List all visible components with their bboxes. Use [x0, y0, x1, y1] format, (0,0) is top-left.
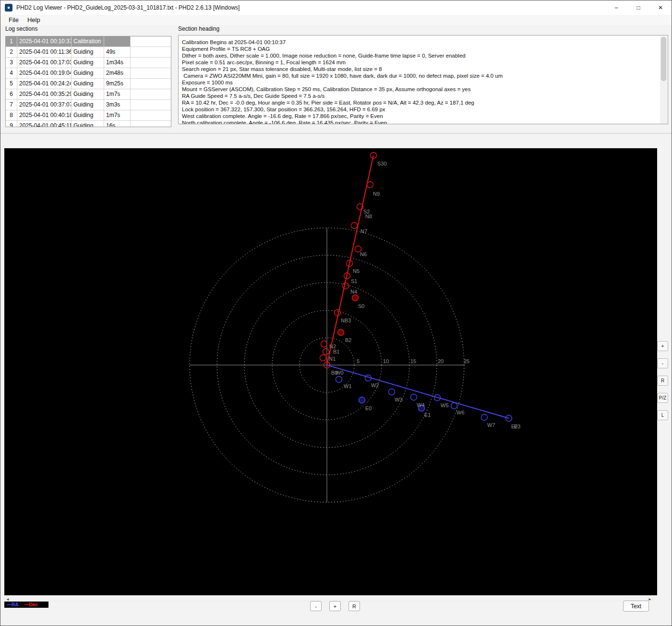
plot-point-label: W1: [344, 383, 352, 389]
plot-point-dec: [338, 330, 344, 336]
log-section-row-8[interactable]: 82025-04-01 00:40:18Guiding1m7s: [6, 110, 171, 121]
log-cell-dur: 16s: [104, 121, 131, 127]
plot-point-label: W2: [371, 382, 379, 388]
plot-point-label: W3: [395, 397, 403, 402]
log-cell-dt: 2025-04-01 00:35:29: [17, 89, 72, 100]
log-cell-fill: [131, 68, 171, 79]
plot-point-label: N4: [350, 289, 357, 295]
close-button[interactable]: ✕: [649, 0, 672, 15]
plot-point-label: NB3: [341, 318, 351, 323]
log-cell-dur: 3m3s: [104, 100, 131, 110]
panel-splitter[interactable]: [0, 133, 672, 134]
log-section-row-7[interactable]: 72025-04-01 00:37:07Guiding3m3s: [6, 100, 171, 110]
log-cell-type: Guiding: [72, 100, 104, 110]
heading-line: Camera = ZWO ASI220MM Mini, gain = 80, f…: [182, 72, 659, 79]
log-cell-dur: 1m7s: [104, 110, 131, 121]
plot-point-label: N1: [329, 356, 336, 362]
log-section-row-2[interactable]: 22025-04-01 00:11:36Guiding49s: [6, 47, 171, 58]
plot-point-label: W6: [456, 410, 465, 415]
plot-point-dec: [320, 355, 326, 361]
log-cell-fill: [131, 79, 171, 89]
log-sections-label: Log sections: [5, 25, 37, 32]
log-cell-num: 8: [6, 110, 17, 121]
log-section-row-4[interactable]: 42025-04-01 00:19:04Guiding2m48s: [6, 68, 171, 79]
plot-tick-label: 25: [464, 358, 469, 364]
plot-tick-label: 20: [438, 358, 444, 364]
section-heading-box: Calibration Begins at 2025-04-01 00:10:3…: [178, 35, 668, 124]
log-cell-dt: 2025-04-01 00:24:24: [17, 79, 72, 89]
log-cell-num: 4: [6, 68, 17, 79]
bottom-button-plus[interactable]: +: [329, 601, 341, 611]
side-button-lock[interactable]: L: [657, 410, 668, 420]
log-cell-type: Guiding: [72, 68, 104, 79]
heading-scrollbar-thumb[interactable]: [661, 37, 666, 81]
plot-point-label: E0: [365, 405, 372, 411]
plot-point-ra: [389, 389, 395, 395]
bottom-button-reset[interactable]: R: [348, 601, 360, 611]
log-cell-type: Guiding: [72, 79, 104, 89]
log-cell-num: 1: [6, 36, 17, 47]
plot-point-label: W5: [441, 402, 449, 408]
log-section-row-5[interactable]: 52025-04-01 00:24:24Guiding9m25s: [6, 79, 171, 89]
side-button-zoom-out[interactable]: -: [657, 358, 668, 368]
log-cell-dur: 2m48s: [104, 68, 131, 79]
log-cell-type: Guiding: [72, 89, 104, 100]
heading-line: North calibration complete. Angle = -106…: [182, 119, 659, 124]
ra-calibration-line: [327, 365, 509, 418]
log-cell-dur: 9m25s: [104, 79, 131, 89]
log-cell-num: 5: [6, 79, 17, 89]
log-section-row-1[interactable]: 12025-04-01 00:10:37Calibration: [6, 36, 171, 47]
side-button-zoom-in[interactable]: +: [657, 341, 668, 351]
log-cell-dur: [104, 36, 131, 47]
plot-side-buttons: +-RP/ZL: [657, 341, 669, 427]
plot-point-label: E1: [424, 412, 431, 418]
log-cell-type: Guiding: [72, 110, 104, 121]
heading-line: Calibration Begins at 2025-04-01 00:10:3…: [182, 39, 659, 46]
log-section-row-9[interactable]: 92025-04-01 00:45:11Guiding16s: [6, 121, 171, 127]
minimize-button[interactable]: –: [605, 0, 627, 15]
plot-point-dec: [352, 295, 359, 301]
plot-legend: —RA—Dec: [4, 602, 48, 608]
log-cell-type: Calibration: [72, 36, 104, 47]
heading-line: Mount = GSServer (ASCOM), Calibration St…: [182, 86, 659, 93]
log-cell-dt: 2025-04-01 00:45:11: [17, 121, 72, 127]
plot-point-label: B1: [333, 349, 339, 354]
plot-point-label: S30: [377, 161, 387, 166]
plot-tick-label: 15: [410, 358, 416, 364]
heading-scrollbar[interactable]: [660, 36, 667, 124]
plot-point-ra: [336, 377, 342, 383]
menu-bar: FileHelp: [0, 15, 672, 25]
plot-point-ra: [359, 397, 365, 403]
plot-point-label: W4: [417, 402, 425, 408]
log-cell-dt: 2025-04-01 00:37:07: [17, 100, 72, 110]
plot-point-ra: [451, 403, 457, 409]
plot-point-ra: [481, 414, 488, 421]
menu-item-file[interactable]: File: [4, 16, 23, 24]
calibration-plot[interactable]: 510152025S30N9S2N8N7N6N5S1N4S0NB3B2N2B1N…: [4, 148, 657, 595]
log-section-row-3[interactable]: 32025-04-01 00:17:03Guiding1m34s: [6, 58, 171, 68]
maximize-button[interactable]: □: [627, 0, 649, 15]
side-button-reset[interactable]: R: [657, 376, 668, 386]
title-bar: PHD2 Log Viewer - PHD2_GuideLog_2025-03-…: [0, 0, 672, 15]
heading-line: Dither = both axes, Dither scale = 1.000…: [182, 52, 659, 59]
text-view-button[interactable]: Text: [623, 601, 649, 612]
log-cell-dt: 2025-04-01 00:17:03: [17, 58, 72, 68]
log-section-row-6[interactable]: 62025-04-01 00:35:29Guiding1m7s: [6, 89, 171, 100]
legend-dec: —Dec: [24, 602, 37, 607]
heading-line: Search region = 21 px, Star mass toleran…: [182, 66, 659, 72]
menu-item-help[interactable]: Help: [23, 16, 45, 24]
side-button-pan-zoom[interactable]: P/Z: [657, 393, 668, 403]
plot-point-label: W7: [487, 422, 495, 428]
plot-point-label: S1: [351, 278, 357, 284]
log-cell-dt: 2025-04-01 00:10:37: [17, 36, 72, 47]
plot-point-dec: [367, 182, 373, 188]
bottom-button-minus[interactable]: -: [310, 601, 322, 611]
log-cell-fill: [131, 121, 171, 127]
log-cell-fill: [131, 89, 171, 100]
log-cell-type: Guiding: [72, 58, 104, 68]
log-cell-dur: 49s: [104, 47, 131, 58]
log-sections-table[interactable]: 12025-04-01 00:10:37Calibration22025-04-…: [5, 36, 171, 127]
log-cell-fill: [131, 36, 171, 47]
plot-tick-label: 5: [357, 358, 360, 364]
window-title: PHD2 Log Viewer - PHD2_GuideLog_2025-03-…: [16, 4, 240, 11]
